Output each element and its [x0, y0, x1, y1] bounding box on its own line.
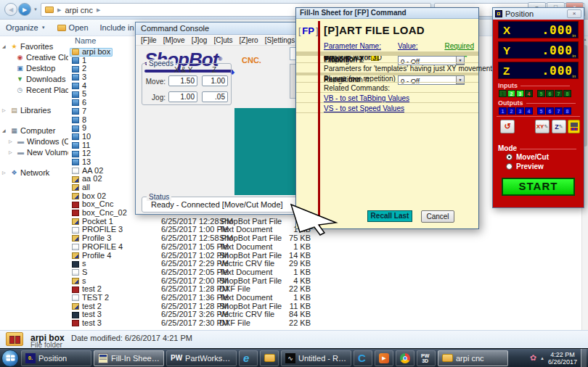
- folder-icon: [57, 25, 66, 31]
- zero-xy-icon[interactable]: XY✎: [535, 120, 550, 133]
- file-row[interactable]: test 36/25/2017 3:26 PMVectric CRV file8…: [70, 310, 582, 319]
- open-button[interactable]: Open: [57, 23, 89, 32]
- taskbar-button-partworks3d-icon[interactable]: PW3D: [417, 350, 436, 366]
- forward-button[interactable]: ▶: [18, 3, 31, 16]
- sidebar-item-new-volume-d[interactable]: ▷▬New Volume (D:): [0, 147, 68, 157]
- sbp-gold-file-icon: [72, 278, 79, 284]
- hidden-icons-caret-icon[interactable]: ▲: [540, 356, 544, 360]
- related-command-link[interactable]: VS - to set Speed Values: [324, 104, 404, 112]
- sidebar-item-downloads[interactable]: ▼Downloads: [0, 73, 68, 84]
- sidebar-item-network[interactable]: ▷❖Network: [0, 167, 68, 178]
- input-indicator: 4: [525, 90, 533, 97]
- taskbar-clock[interactable]: 4:22 PM 6/26/2017: [548, 351, 577, 366]
- file-row[interactable]: Profile 36/25/2017 12:58 PMShopBot Part …: [70, 234, 582, 243]
- menu-item-m-ove[interactable]: [M]ove: [163, 36, 185, 45]
- start-button[interactable]: START: [502, 178, 575, 196]
- menu-item-f-ile[interactable]: [F]ile: [141, 36, 157, 45]
- start-button-orb[interactable]: [1, 350, 19, 367]
- nav-history-caret-icon[interactable]: ▼: [33, 7, 38, 12]
- file-row[interactable]: test 26/25/2017 1:28 PMShopBot Part File…: [70, 302, 582, 311]
- sidebar-item-desktop[interactable]: ▣Desktop: [0, 62, 68, 73]
- file-row[interactable]: s6/25/2017 2:29 PMVectric CRV file29 KB: [70, 260, 582, 268]
- taskbar-button-untitled-rhinoc[interactable]: ∿Untitled - Rhinoc...: [281, 350, 351, 366]
- chrome-icon: [400, 353, 410, 363]
- computer-icon: ▦: [10, 127, 18, 134]
- file-row[interactable]: test 36/25/2017 2:30 PMDXF File22 KB: [70, 319, 582, 328]
- file-size: 22 KB: [270, 319, 311, 328]
- fillin-row-related-commands: Related Commands:: [296, 83, 478, 93]
- output-indicator: 4: [525, 107, 533, 115]
- mode-option-move-cut[interactable]: Move/Cut: [506, 153, 549, 161]
- show-desktop-button[interactable]: [581, 349, 587, 367]
- breadcrumb-folder[interactable]: arpi cnc: [65, 6, 93, 15]
- taskbar-button-arpi-cnc[interactable]: arpi cnc: [438, 350, 508, 366]
- taskbar-button-position[interactable]: 0.Position: [21, 350, 91, 366]
- radio-selected-icon[interactable]: [506, 154, 513, 160]
- folder-icon: [442, 354, 453, 362]
- close-icon[interactable]: ×: [567, 9, 581, 18]
- menu-item-z-ero[interactable]: [Z]ero: [240, 36, 258, 45]
- cancel-button[interactable]: Cancel: [421, 210, 454, 223]
- menu-item-j-og[interactable]: [J]og: [192, 36, 208, 45]
- expander-closed-icon[interactable]: ▷: [9, 139, 15, 144]
- taskbar-button-chrome-icon[interactable]: [396, 350, 415, 366]
- sbp-gold-file-icon: [72, 184, 79, 191]
- menu-item-s-ettings[interactable]: [S]ettings: [265, 36, 295, 45]
- chevron-right-icon: ▶: [57, 7, 61, 13]
- file-row[interactable]: Profile 46/25/2017 1:02 PMShopBot Part F…: [70, 252, 582, 260]
- fillin-dialog: Fill-In Sheet for [FP] Command [FP] [P]A…: [295, 7, 479, 229]
- file-row[interactable]: TEST 26/25/2017 1:36 PMText Document1 KB: [70, 294, 582, 302]
- axis-readout-y: Y.000in: [498, 41, 579, 59]
- sidebar-item-computer[interactable]: ◢▦Computer: [0, 125, 68, 136]
- related-command-link[interactable]: VB - to set TaBbing Values: [324, 94, 409, 102]
- explorer-sidebar: ◢★Favorites◉Creative Cloud Files▣Desktop…: [0, 36, 68, 330]
- taskbar-button-fill-in-sheet-for-f[interactable]: Fill-In Sheet for [F...: [94, 350, 164, 366]
- zero-axes-icon[interactable]: ↺: [500, 120, 515, 133]
- back-button[interactable]: ◀: [4, 3, 17, 16]
- file-name: 7: [82, 107, 86, 116]
- file-row[interactable]: test 26/25/2017 1:28 PMDXF File22 KB: [70, 285, 582, 294]
- sidebar-item-windows-c[interactable]: ▷▬Windows (C:): [0, 136, 68, 147]
- axis-readout-z: Z.000in: [498, 62, 579, 79]
- fillin-sheet-icon: [98, 353, 108, 363]
- taskbar-button-media-player-icon[interactable]: ▶: [375, 350, 393, 366]
- partworks3d-icon: PW3D: [421, 353, 429, 363]
- sidebar-item-creative-cloud-files[interactable]: ◉Creative Cloud Files: [0, 51, 68, 62]
- jog-xy-field[interactable]: 1.00: [168, 91, 197, 102]
- expander-open-icon[interactable]: ◢: [2, 44, 8, 49]
- position-title-bar[interactable]: Position ×: [493, 8, 584, 20]
- mode-option-preview[interactable]: Preview: [506, 162, 544, 170]
- file-row[interactable]: s6/25/2017 2:00 PMShopBot Part File4 KB: [70, 277, 582, 286]
- expander-closed-icon[interactable]: ▷: [2, 107, 8, 112]
- keypad-icon[interactable]: [568, 120, 580, 133]
- sidebar-item-favorites[interactable]: ◢★Favorites: [0, 41, 68, 51]
- tray-utility-icon[interactable]: ✿: [530, 353, 536, 363]
- taskbar-button-internet-explorer-icon[interactable]: e: [239, 350, 258, 366]
- network-icon: ❖: [10, 169, 18, 176]
- recall-last-button[interactable]: Recall Last: [367, 210, 412, 222]
- move-z-field[interactable]: 1.00: [202, 75, 228, 86]
- file-row[interactable]: S6/25/2017 2:05 PMText Document1 KB: [70, 268, 582, 277]
- taskbar-button-corel-c-icon[interactable]: C: [354, 350, 372, 366]
- file-row[interactable]: PROFILE 46/25/2017 1:05 PMText Document1…: [70, 243, 582, 252]
- expander-open-icon[interactable]: ◢: [2, 128, 8, 133]
- vectric-dark-file-icon: [72, 312, 79, 318]
- cnc-label: CNC.: [242, 56, 261, 65]
- column-header-name[interactable]: Name ▲: [70, 36, 91, 48]
- menu-item-c-uts[interactable]: [C]uts: [213, 36, 232, 45]
- expander-closed-icon[interactable]: ▷: [2, 170, 8, 175]
- jog-z-field[interactable]: .05: [202, 91, 228, 102]
- move-label: Move:: [142, 78, 166, 86]
- sidebar-item-libraries[interactable]: ▷▤Libraries: [0, 104, 68, 115]
- sidebar-item-recent-places[interactable]: ◷Recent Places: [0, 84, 68, 95]
- zero-z-icon[interactable]: Z✎: [552, 120, 566, 133]
- taskbar-button-partworks-fabla[interactable]: PWPartWorks (FabLa...: [166, 350, 237, 366]
- expander-closed-icon[interactable]: ▷: [9, 149, 15, 154]
- taskbar-button-label: Fill-In Sheet for [F...: [111, 354, 160, 363]
- organize-button[interactable]: Organize▼: [6, 23, 46, 32]
- move-xy-field[interactable]: 1.50: [168, 75, 197, 86]
- radio-unselected-icon[interactable]: [506, 163, 513, 170]
- sidebar-item-label: Favorites: [20, 42, 53, 51]
- fillin-title-bar[interactable]: Fill-In Sheet for [FP] Command: [296, 8, 478, 19]
- taskbar-button-folder-icon[interactable]: [260, 350, 279, 366]
